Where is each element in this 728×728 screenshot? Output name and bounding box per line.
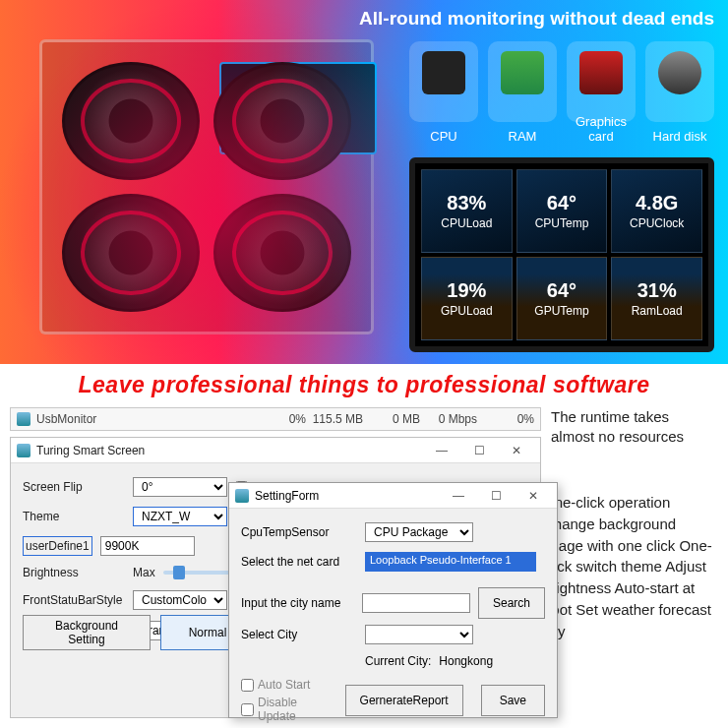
- titlebar[interactable]: Turing Smart Screen — ☐ ✕: [11, 438, 540, 463]
- net-card-select[interactable]: Loopback Pseudo-Interface 1: [365, 552, 536, 572]
- app-icon: [17, 412, 30, 426]
- stat-cell: 31%RamLoad: [611, 257, 702, 340]
- pc-case-graphic: [39, 39, 374, 334]
- hero-banner: All-round monitoring without dead ends C…: [0, 0, 728, 364]
- stat-cell: 4.8GCPUClock: [611, 169, 702, 253]
- front-style-select[interactable]: CustomColor: [133, 590, 227, 610]
- process-disk: 0 MB: [369, 412, 426, 426]
- process-name: UsbMonitor: [36, 412, 213, 426]
- titlebar[interactable]: SettingForm — ☐ ✕: [229, 483, 557, 509]
- gpu-icon: [579, 51, 623, 94]
- hw-card-cpu: CPU: [409, 41, 478, 122]
- screen-flip-select[interactable]: 0°: [133, 477, 227, 497]
- city-name-input[interactable]: [362, 593, 470, 613]
- fan-icon: [213, 62, 351, 180]
- fan-icon: [62, 62, 200, 180]
- stat-cell: 19%GPULoad: [421, 257, 513, 340]
- fan-icon: [213, 194, 351, 312]
- screen-flip-label: Screen Flip: [23, 480, 125, 494]
- process-gpu: 0%: [483, 412, 540, 426]
- taskmgr-row: UsbMonitor 0% 115.5 MB 0 MB 0 Mbps 0%: [10, 407, 541, 431]
- generate-report-button[interactable]: GernerateReport: [345, 685, 463, 716]
- settingform-window: SettingForm — ☐ ✕ CpuTempSensor CPU Pack…: [228, 482, 558, 718]
- close-button[interactable]: ✕: [516, 486, 551, 506]
- search-button[interactable]: Search: [478, 587, 545, 619]
- front-style-label: FrontStatuBarStyle: [23, 593, 125, 607]
- auto-start-checkbox[interactable]: Auto Start: [241, 678, 328, 692]
- app-icon: [17, 444, 30, 457]
- theme-select[interactable]: NZXT_W: [133, 507, 227, 526]
- current-city-label: Current City:: [365, 654, 431, 668]
- feature-list: One-click operation Change background im…: [543, 492, 716, 641]
- runtime-note: The runtime takes almost no resources: [551, 407, 716, 446]
- maximize-button[interactable]: ☐: [461, 441, 497, 460]
- disable-update-checkbox[interactable]: Disable Update: [241, 696, 328, 723]
- minimize-button[interactable]: —: [424, 441, 459, 460]
- stat-cell: 64°GPUTemp: [516, 257, 608, 340]
- stat-cell: 83%CPULoad: [421, 169, 513, 253]
- net-card-label: Select the net card: [241, 555, 357, 569]
- hardware-row: CPU RAM Graphics card Hard disk: [409, 41, 714, 122]
- ram-icon: [501, 51, 544, 94]
- embedded-screen-graphic: [219, 62, 377, 154]
- app-icon: [235, 489, 249, 503]
- close-button[interactable]: ✕: [499, 441, 534, 460]
- current-city-value: Hongkong: [439, 654, 493, 668]
- background-setting-button[interactable]: Background Setting: [23, 615, 151, 650]
- minimize-button[interactable]: —: [441, 486, 476, 506]
- hw-card-gpu: Graphics card: [567, 41, 636, 122]
- select-city-select[interactable]: [365, 625, 473, 644]
- select-city-label: Select City: [241, 628, 357, 641]
- fan-icon: [62, 194, 200, 312]
- cpu-sensor-label: CpuTempSensor: [241, 525, 357, 539]
- maximize-button[interactable]: ☐: [478, 486, 514, 506]
- hw-card-ram: RAM: [488, 41, 557, 122]
- cpu-sensor-select[interactable]: CPU Package: [365, 522, 473, 542]
- save-button[interactable]: Save: [481, 685, 545, 716]
- city-name-label: Input the city name: [241, 596, 354, 610]
- window-title: SettingForm: [255, 489, 319, 503]
- process-cpu: 0%: [255, 412, 312, 426]
- cpu-icon: [422, 51, 465, 94]
- hero-title: All-round monitoring without dead ends: [359, 8, 714, 30]
- hw-card-hdd: Hard disk: [645, 41, 714, 122]
- userdefine-input[interactable]: [100, 536, 195, 556]
- process-net: 0 Mbps: [426, 412, 483, 426]
- theme-label: Theme: [23, 510, 125, 523]
- stat-screen: 83%CPULoad 64°CPUTemp 4.8GCPUClock 19%GP…: [409, 157, 714, 352]
- hdd-icon: [658, 51, 701, 94]
- userdefine-label: userDefine1: [23, 536, 92, 556]
- stat-cell: 64°CPUTemp: [516, 169, 608, 253]
- brightness-max: Max: [133, 566, 155, 579]
- window-title: Turing Smart Screen: [36, 444, 145, 457]
- brightness-label: Brightness: [23, 566, 125, 579]
- process-mem: 115.5 MB: [312, 412, 369, 426]
- headline: Leave professional things to professiona…: [0, 372, 728, 398]
